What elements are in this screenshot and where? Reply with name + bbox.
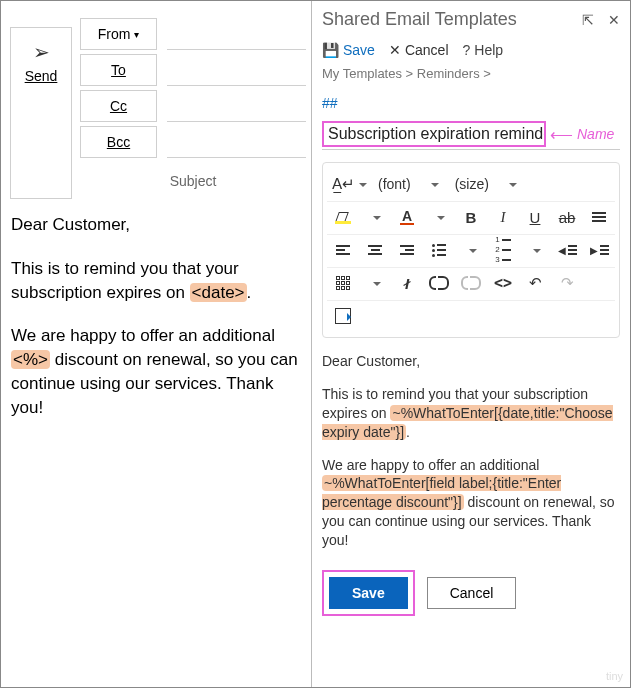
underline-button[interactable]: U (521, 206, 549, 228)
compose-pane: ➢ Send From ▾ To Cc (1, 1, 312, 687)
font-size-caret[interactable] (497, 173, 525, 195)
redo-button[interactable]: ↷ (553, 272, 581, 294)
watermark: tiny (606, 670, 623, 682)
to-label: To (111, 62, 126, 78)
editor-p1: This is to remind you that your subscrip… (322, 385, 618, 442)
popout-icon[interactable]: ⇱ (582, 12, 594, 28)
editor-toolbar: A̲↵ (font) (size) A B I U ab (322, 162, 620, 338)
template-name-input[interactable]: Subscription expiration reminder (322, 121, 546, 147)
font-size-select[interactable]: (size) (451, 176, 493, 192)
align-center-button[interactable] (361, 239, 389, 261)
bcc-field[interactable] (167, 127, 306, 158)
undo-button[interactable]: ↶ (521, 272, 549, 294)
close-icon[interactable]: ✕ (608, 12, 620, 28)
bcc-button[interactable]: Bcc (80, 126, 157, 158)
subject-label: Subject (80, 173, 306, 189)
outdent-button[interactable]: ◀ (553, 239, 581, 261)
editor-p2: We are happy to offer an additional ~%Wh… (322, 456, 618, 550)
font-color-caret[interactable] (425, 206, 453, 228)
indent-button[interactable]: ▶ (585, 239, 613, 261)
align-right-button[interactable] (393, 239, 421, 261)
bcc-label: Bcc (107, 134, 130, 150)
cc-field[interactable] (167, 91, 306, 122)
cc-button[interactable]: Cc (80, 90, 157, 122)
font-family-caret[interactable] (419, 173, 447, 195)
pane-title: Shared Email Templates (322, 9, 517, 30)
from-label: From (98, 26, 131, 42)
save-button-highlight: Save (322, 570, 415, 616)
table-caret[interactable] (361, 272, 389, 294)
bold-button[interactable]: B (457, 206, 485, 228)
align-left-button[interactable] (329, 239, 357, 261)
paragraph-style-button[interactable]: A̲↵ (329, 173, 370, 195)
templates-pane: Shared Email Templates ⇱ ✕ 💾Save ✕Cancel… (312, 1, 630, 687)
bullet-list-caret[interactable] (457, 239, 485, 261)
strikethrough-button[interactable]: ab (553, 206, 581, 228)
insert-macro-button[interactable] (329, 305, 357, 327)
help-command-label: Help (474, 42, 503, 58)
unlink-button[interactable] (457, 272, 485, 294)
bullet-list-button[interactable] (425, 239, 453, 261)
to-field[interactable] (167, 55, 306, 86)
hashtag-field[interactable]: ## (322, 95, 620, 111)
highlight-caret[interactable] (361, 206, 389, 228)
body-greeting: Dear Customer, (11, 213, 301, 237)
send-button[interactable]: ➢ Send (10, 27, 72, 199)
percent-placeholder: <%> (11, 350, 50, 369)
body-p2: We are happy to offer an additional <%> … (11, 324, 301, 419)
template-editor[interactable]: Dear Customer, This is to remind you tha… (322, 352, 620, 564)
editor-greeting: Dear Customer, (322, 352, 618, 371)
align-justify-button[interactable] (585, 206, 613, 228)
font-family-select[interactable]: (font) (374, 176, 415, 192)
callout-arrow-icon: ⟵ (550, 125, 573, 144)
font-color-button[interactable]: A (393, 206, 421, 228)
to-button[interactable]: To (80, 54, 157, 86)
save-command-label: Save (343, 42, 375, 58)
table-button[interactable] (329, 272, 357, 294)
highlight-button[interactable] (329, 206, 357, 228)
chevron-down-icon: ▾ (134, 29, 139, 40)
name-callout-label: Name (577, 126, 614, 142)
send-label: Send (25, 68, 58, 84)
link-button[interactable] (425, 272, 453, 294)
italic-button[interactable]: I (489, 206, 517, 228)
cc-label: Cc (110, 98, 127, 114)
cancel-command[interactable]: ✕Cancel (389, 42, 449, 58)
numbered-list-button[interactable]: 123 (489, 239, 517, 261)
clear-formatting-button[interactable]: I (393, 272, 421, 294)
save-icon: 💾 (322, 42, 339, 58)
help-icon: ? (463, 42, 471, 58)
send-icon: ➢ (33, 42, 50, 62)
help-command[interactable]: ?Help (463, 42, 504, 58)
code-button[interactable]: <> (489, 272, 517, 294)
save-command[interactable]: 💾Save (322, 42, 375, 58)
breadcrumb[interactable]: My Templates > Reminders > (322, 66, 620, 81)
from-field[interactable] (167, 19, 306, 50)
cancel-icon: ✕ (389, 42, 401, 58)
numbered-list-caret[interactable] (521, 239, 549, 261)
date-placeholder: <date> (190, 283, 247, 302)
body-p1: This is to remind you that your subscrip… (11, 257, 301, 305)
message-body[interactable]: Dear Customer, This is to remind you tha… (1, 207, 311, 440)
from-button[interactable]: From ▾ (80, 18, 157, 50)
cancel-button[interactable]: Cancel (427, 577, 517, 609)
save-button[interactable]: Save (329, 577, 408, 609)
cancel-command-label: Cancel (405, 42, 449, 58)
